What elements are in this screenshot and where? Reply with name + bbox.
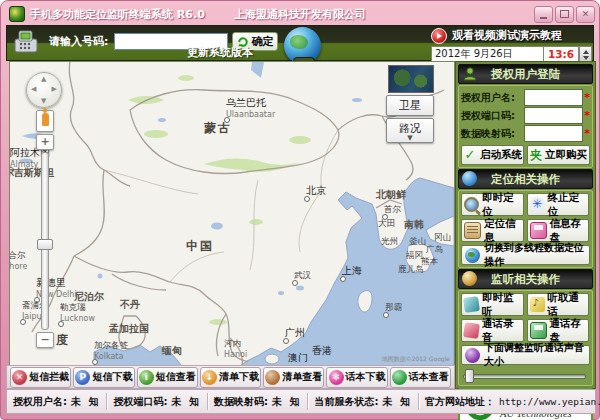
map-type-control: 卫星 路况▼ bbox=[386, 65, 434, 143]
pan-up-icon[interactable]: ▲ bbox=[41, 75, 46, 83]
bottom-toolbar: ✕ 短信拦截 P 短信下载 i 短信查看 ↓ 清单下载 清单查看 ✻ 话本下载 … bbox=[6, 365, 455, 389]
volume-slider[interactable] bbox=[463, 369, 588, 381]
website-url: http://www.yepian.com bbox=[499, 396, 600, 407]
headset-icon bbox=[463, 296, 480, 313]
monitor-section-header: 监听相关操作 bbox=[458, 269, 593, 289]
required-mark: * bbox=[583, 91, 590, 104]
video-tutorial-label: 观看视频测试演示教程 bbox=[452, 28, 562, 43]
list-view-button[interactable]: 清单查看 bbox=[263, 367, 324, 388]
disk-icon bbox=[530, 222, 547, 239]
video-tutorial[interactable]: 观看视频测试演示教程 bbox=[431, 28, 591, 43]
map-label: 鹿儿岛 bbox=[398, 264, 424, 276]
login-section-header: 授权用户登陆 bbox=[458, 64, 593, 84]
stop-locate-button[interactable]: ✳ 终止定位 bbox=[527, 193, 590, 216]
call-record-button[interactable]: 通话录音 bbox=[461, 319, 524, 342]
locate-info-button[interactable]: 定位信息 bbox=[461, 219, 524, 242]
phonebook-view-icon bbox=[392, 370, 407, 385]
login-row: 授权端口码: * bbox=[461, 107, 590, 124]
pan-left-icon[interactable]: ◀ bbox=[31, 85, 36, 93]
map-label: 河内Hanoi bbox=[224, 338, 247, 359]
zoom-in-icon[interactable]: + bbox=[36, 134, 54, 150]
close-button[interactable]: ✕ bbox=[576, 6, 595, 23]
multithread-locate-button[interactable]: 切换到多线程数据定位操作 bbox=[461, 245, 590, 265]
phonebook-view-button[interactable]: 话本查看 bbox=[390, 367, 451, 388]
mapping-field[interactable] bbox=[524, 125, 583, 142]
info-save-button[interactable]: 信息存盘 bbox=[527, 219, 590, 242]
required-mark: * bbox=[583, 127, 590, 140]
satellite-thumbnail[interactable] bbox=[388, 65, 434, 93]
pan-down-icon[interactable]: ▼ bbox=[41, 97, 46, 105]
monitor-panel: 即时监听 听取通话 通话录音 通话存盘 下面调整监听通话声音大小 bbox=[458, 290, 593, 386]
listen-call-button[interactable]: 听取通话 bbox=[527, 293, 590, 316]
globe-icon bbox=[465, 248, 480, 263]
map-label: 中国 bbox=[186, 238, 214, 255]
list-download-button[interactable]: ↓ 清单下载 bbox=[200, 367, 261, 388]
status-service: 当前服务状态:未 知 bbox=[308, 393, 418, 410]
map-label: 缅甸 bbox=[162, 344, 182, 358]
book-icon bbox=[464, 222, 481, 239]
map-label: 尼泊尔 bbox=[74, 290, 104, 304]
satellite-button[interactable]: 卫星 bbox=[386, 95, 434, 116]
main-toolbar: 请输入号码: 确定 更新系统版本 观看视频测试演示教程 2012年 9月26日 … bbox=[6, 25, 594, 61]
start-system-button[interactable]: ✓ 启动系统 bbox=[461, 145, 524, 165]
map-label: 冈山 bbox=[434, 232, 451, 244]
volume-hint-button[interactable]: 下面调整监听通话声音大小 bbox=[461, 345, 590, 365]
map-label: 那霸 bbox=[385, 302, 402, 314]
user-icon bbox=[462, 66, 478, 85]
map-label: 勒克瑙Lucknow bbox=[60, 302, 95, 323]
zoom-slider-handle[interactable] bbox=[37, 239, 53, 250]
status-username: 授权用户名:未 知 bbox=[7, 393, 107, 410]
login-row: 数据映射码: * bbox=[461, 125, 590, 142]
call-save-button[interactable]: 通话存盘 bbox=[527, 319, 590, 342]
username-field[interactable] bbox=[524, 89, 583, 106]
login-row: 授权用户名: * bbox=[461, 89, 590, 106]
traffic-button[interactable]: 路况▼ bbox=[386, 118, 434, 143]
magnifier-icon bbox=[464, 197, 479, 212]
required-mark: * bbox=[583, 109, 590, 122]
map-label: 广州 bbox=[285, 326, 305, 340]
map-label: 加尔各答Kolkata bbox=[94, 340, 128, 361]
status-bar: 授权用户名:未 知 授权端口码:未 知 数据映射码:未 知 当前服务状态:未 知… bbox=[6, 389, 596, 414]
pegman-icon[interactable] bbox=[36, 110, 54, 132]
pan-control[interactable]: ▲ ▼ ◀ ▶ bbox=[26, 72, 62, 108]
zoom-out-icon[interactable]: − bbox=[36, 332, 54, 348]
globe-icon bbox=[462, 171, 477, 186]
buy-icon: 夹 bbox=[530, 147, 542, 163]
map-canvas[interactable]: 蒙古乌兰巴托Ulaanbaatar中国北京上海武汉北朝鲜首尔大田南韩光州釜山冈山… bbox=[9, 61, 455, 367]
zoom-slider[interactable] bbox=[41, 152, 49, 330]
disk-icon bbox=[530, 322, 547, 339]
map-label: 上海 bbox=[342, 264, 362, 278]
app-window: 手机多功能定位监听终端系统 R6.0 上海盟通科技开发有限公司 ✕ 请输入号码: bbox=[0, 0, 600, 420]
maximize-button[interactable] bbox=[555, 6, 574, 23]
phonebook-download-button[interactable]: ✻ 话本下载 bbox=[326, 367, 387, 388]
play-video-icon[interactable] bbox=[431, 28, 447, 44]
map-label: 广岛 bbox=[426, 244, 443, 256]
sms-intercept-icon: ✕ bbox=[12, 370, 27, 385]
update-system-label[interactable]: 更新系统版本 bbox=[187, 45, 253, 60]
map-label: 不丹 bbox=[120, 298, 140, 312]
map-label: 熊本 bbox=[421, 256, 438, 268]
map-label: 北京 bbox=[306, 184, 326, 198]
buy-now-button[interactable]: 夹 立即购买 bbox=[527, 145, 590, 165]
minimize-button[interactable] bbox=[534, 6, 553, 23]
pan-right-icon[interactable]: ▶ bbox=[52, 85, 57, 93]
mapping-label: 数据映射码: bbox=[461, 127, 524, 141]
map-label: 武汉 bbox=[294, 270, 311, 282]
locate-panel: 即时定位 ✳ 终止定位 定位信息 信息存盘 切换到多线程数据定位操作 bbox=[458, 190, 593, 268]
globe-icon[interactable] bbox=[284, 27, 321, 64]
port-field[interactable] bbox=[524, 107, 583, 124]
sms-download-icon: P bbox=[75, 370, 90, 385]
volume-slider-track[interactable] bbox=[463, 374, 586, 379]
sms-intercept-button[interactable]: ✕ 短信拦截 bbox=[10, 367, 71, 388]
sms-view-button[interactable]: i 短信查看 bbox=[137, 367, 198, 388]
stop-icon: ✳ bbox=[530, 197, 545, 212]
time-field[interactable]: 13:6 bbox=[544, 46, 579, 62]
volume-slider-handle[interactable] bbox=[465, 369, 474, 383]
sms-download-button[interactable]: P 短信下载 bbox=[73, 367, 134, 388]
listen-now-button[interactable]: 即时监听 bbox=[461, 293, 524, 316]
locate-now-button[interactable]: 即时定位 bbox=[461, 193, 524, 216]
list-view-icon bbox=[265, 370, 280, 385]
username-label: 授权用户名: bbox=[461, 91, 524, 105]
title-bar: 手机多功能定位监听终端系统 R6.0 上海盟通科技开发有限公司 ✕ bbox=[5, 4, 595, 24]
date-field[interactable]: 2012年 9月26日 bbox=[431, 46, 544, 62]
